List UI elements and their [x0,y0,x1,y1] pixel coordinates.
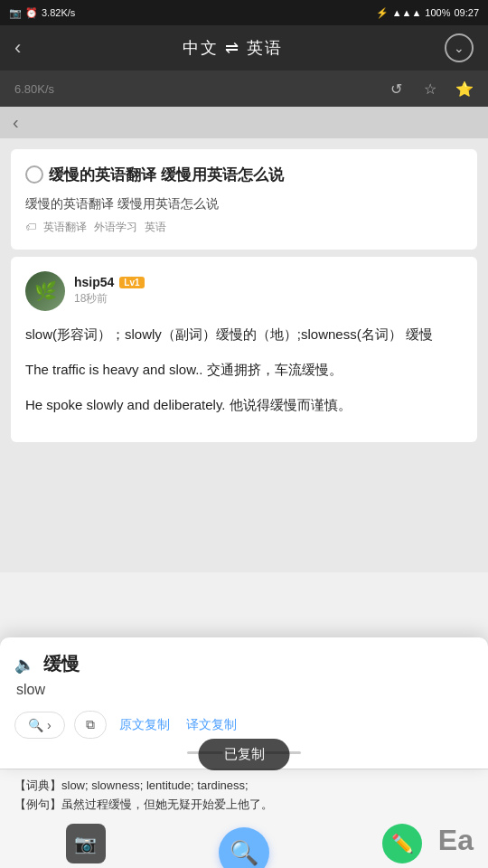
redraw-button[interactable]: ✏️ 重涂 [382,824,422,868]
copied-toast: 已复制 [199,739,290,770]
camera-icon: 📷 [9,7,22,19]
copied-message: 已复制 [224,746,265,761]
retake-icon: 📷 [66,824,106,863]
ea-label: Ea [438,824,474,857]
tag-2[interactable]: 外语学习 [94,220,137,235]
status-left: 📷 ⏰ 3.82K/s [9,7,75,19]
author-name: hsip54 [74,275,114,289]
answer-para-2: The traffic is heavy and slow.. 交通拥挤，车流缓… [25,357,463,382]
copy-original-button[interactable]: 原文复制 [116,712,174,739]
popup-actions: 🔍 › ⧉ 原文复制 译文复制 [14,711,474,739]
preview-line-2: 【例句】虽然过程缓慢，但她无疑开始爱上他了。 [14,796,474,815]
answer-para-1: slow(形容词）；slowly（副词）缓慢的（地）;slowness(名词） … [25,322,463,346]
wifi-icon: ▲▲▲ [392,7,422,18]
search-icon: 🔍 [28,718,43,732]
speed-label2: 6.80K/s [14,82,54,96]
tag-3[interactable]: 英语 [145,220,166,235]
article-card: 缓慢的英语翻译 缓慢用英语怎么说 缓慢的英语翻译 缓慢用英语怎么说 🏷 英语翻译… [11,149,477,250]
center-search-button[interactable]: 🔍 [219,827,269,868]
camera-retake-icon: 📷 [74,833,97,854]
main-content: 缓慢的英语翻译 缓慢用英语怎么说 缓慢的英语翻译 缓慢用英语怎么说 🏷 英语翻译… [0,138,488,572]
status-bar: 📷 ⏰ 3.82K/s ⚡ ▲▲▲ 100% 09:27 [0,0,488,25]
level-badge: Lv1 [119,277,144,288]
post-time: 18秒前 [74,291,145,307]
search-button[interactable]: 🔍 › [14,712,65,739]
nav-bar: ‹ 中文 ⇌ 英语 ⌄ [0,25,488,71]
bottom-text-preview: 【词典】slow; slowness; lentitude; tardiness… [0,769,488,818]
tag-1[interactable]: 英语翻译 [43,220,87,235]
copy-icon-button[interactable]: ⧉ [74,711,107,739]
answer-body: slow(形容词）；slowly（副词）缓慢的（地）;slowness(名词） … [25,322,463,417]
author-name-row: hsip54 Lv1 [74,275,145,289]
search-arrow-icon: › [47,718,52,732]
back-button[interactable]: ‹ [14,36,21,60]
bottom-bar: 【词典】slow; slowness; lentitude; tardiness… [0,769,488,868]
copy-icon: ⧉ [86,717,95,732]
popup-translation: slow [16,682,474,698]
speed-indicator: 3.82K/s [42,7,75,18]
article-subtitle: 缓慢的英语翻译 缓慢用英语怎么说 [25,196,463,212]
speaker-icon[interactable]: 🔈 [14,655,34,675]
answer-header: 🌿 hsip54 Lv1 18秒前 [25,271,463,311]
bullet-icon [25,165,43,184]
article-tags: 🏷 英语翻译 外语学习 英语 [25,220,463,235]
battery-label: 100% [425,7,450,18]
popup-word: 缓慢 [43,652,80,676]
center-search-icon: 🔍 [230,839,258,867]
bottom-actions: 📷 重拍 🔍 ✏️ 重涂 [0,818,488,868]
chevron-down-icon: ⌄ [454,41,465,55]
tag-icon: 🏷 [25,221,36,233]
nav-title: 中文 ⇌ 英语 [183,37,283,59]
bookmark-icon[interactable]: ☆ [418,76,443,101]
article-title: 缓慢的英语翻译 缓慢用英语怎么说 [25,164,463,187]
pen-icon: ✏️ [391,833,414,854]
preview-line-1: 【词典】slow; slowness; lentitude; tardiness… [14,777,474,796]
answer-section: 🌿 hsip54 Lv1 18秒前 slow(形容词）；slowly（副词）缓慢… [11,257,477,442]
avatar: 🌿 [25,271,65,311]
answer-para-3: He spoke slowly and deliberately. 他说得缓慢而… [25,392,463,417]
time-label: 09:27 [454,7,479,18]
bluetooth-icon: ⚡ [376,7,389,19]
popup-word-row: 🔈 缓慢 [14,652,474,676]
retake-button[interactable]: 📷 重拍 [66,824,106,868]
refresh-icon[interactable]: ↺ [383,76,408,101]
author-info: hsip54 Lv1 18秒前 [74,275,145,307]
status-right: ⚡ ▲▲▲ 100% 09:27 [376,7,479,19]
breadcrumb-bar: ‹ [0,107,488,138]
back-arrow-icon[interactable]: ‹ [13,112,19,132]
copy-translation-button[interactable]: 译文复制 [183,712,240,739]
alarm-icon: ⏰ [25,7,38,19]
secondary-nav: 6.80K/s ↺ ☆ ⭐ [0,71,488,107]
redraw-icon: ✏️ [382,824,422,863]
star-icon[interactable]: ⭐ [452,76,477,101]
expand-button[interactable]: ⌄ [445,33,474,62]
